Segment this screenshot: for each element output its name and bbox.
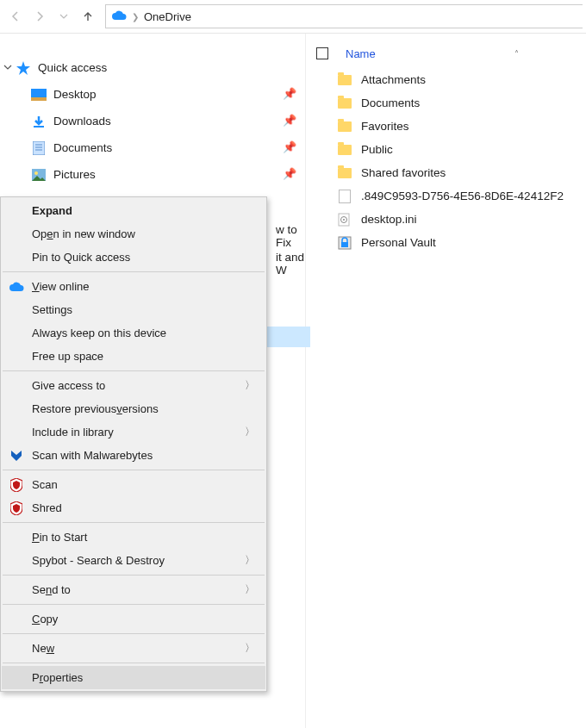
file-icon: [337, 189, 352, 204]
ctx-pin-quick-access[interactable]: Pin to Quick access: [2, 246, 265, 269]
file-item[interactable]: Public: [306, 138, 586, 161]
folder-icon: [337, 142, 352, 158]
pin-icon: 📌: [283, 140, 296, 153]
back-button[interactable]: [3, 4, 28, 28]
ctx-copy[interactable]: Copy: [2, 607, 265, 631]
context-menu: Expand Open in new window Pin to Quick a…: [0, 196, 267, 692]
file-item[interactable]: .849C9593-D756-4E56-8D6E-42412F2: [306, 184, 586, 208]
chevron-right-icon: 〉: [245, 378, 255, 393]
file-name: Public: [361, 143, 393, 156]
tree-root-quick-access[interactable]: Quick access: [0, 54, 305, 81]
forward-button[interactable]: [28, 4, 52, 28]
tree-item-label: Desktop: [53, 88, 97, 101]
tree-item-label: Quick access: [38, 61, 107, 74]
ctx-separator: [3, 370, 265, 371]
chevron-right-icon: 〉: [245, 641, 255, 656]
folder-icon: [337, 96, 352, 111]
file-item[interactable]: Personal Vault: [306, 231, 586, 254]
sort-indicator-icon: ˄: [514, 49, 519, 59]
pin-icon: 📌: [283, 114, 296, 127]
file-name: .849C9593-D756-4E56-8D6E-42412F2: [361, 190, 564, 202]
documents-icon: [31, 140, 47, 156]
breadcrumb-location[interactable]: OneDrive: [144, 10, 191, 23]
column-header-row: Name ˄: [306, 39, 586, 68]
ctx-separator: [3, 663, 265, 663]
ctx-restore-previous[interactable]: Restore previous versions: [2, 397, 265, 420]
onedrive-icon: [111, 10, 127, 23]
tree-item-downloads[interactable]: Downloads 📌: [0, 108, 305, 134]
svg-point-12: [343, 219, 345, 221]
pictures-icon: [31, 167, 47, 183]
tree-item-label: Documents: [53, 141, 112, 154]
folder-icon: [337, 165, 352, 181]
mcafee-icon: [9, 477, 24, 493]
ctx-separator: [3, 575, 265, 576]
ctx-open-new-window[interactable]: Open in new window: [2, 222, 265, 246]
chevron-right-icon: 〉: [245, 553, 255, 568]
file-item[interactable]: Favorites: [306, 115, 586, 138]
content-pane: Name ˄ Attachments Documents Favorites P…: [306, 34, 586, 728]
file-name: Personal Vault: [361, 236, 436, 249]
tree-item-selected-partial: [262, 327, 310, 347]
breadcrumb[interactable]: ❯ OneDrive: [105, 4, 583, 28]
ctx-shred[interactable]: Shred: [2, 496, 265, 520]
ctx-spybot[interactable]: Spybot - Search & Destroy〉: [2, 549, 265, 572]
ctx-properties[interactable]: Properties: [2, 666, 265, 689]
ctx-view-online[interactable]: View online: [2, 275, 265, 298]
tree-item-desktop[interactable]: Desktop 📌: [0, 81, 305, 108]
column-header-name[interactable]: Name: [346, 47, 376, 60]
ctx-free-up-space[interactable]: Free up space: [2, 345, 265, 368]
ctx-pin-start[interactable]: Pin to Start: [2, 526, 265, 549]
file-name: desktop.ini: [361, 213, 417, 226]
ctx-give-access[interactable]: Give access to〉: [2, 374, 265, 397]
ctx-scan[interactable]: Scan: [2, 473, 265, 496]
mcafee-icon: [9, 501, 24, 516]
file-item[interactable]: Shared favorites: [306, 161, 586, 184]
ctx-separator: [3, 633, 265, 634]
ctx-always-keep[interactable]: Always keep on this device: [2, 321, 265, 345]
file-item[interactable]: Attachments: [306, 68, 586, 91]
address-bar: ❯ OneDrive: [0, 0, 586, 33]
select-all-checkbox[interactable]: [316, 47, 328, 59]
onedrive-icon: [9, 279, 24, 295]
file-name: Shared favorites: [361, 166, 446, 179]
malwarebytes-icon: [9, 448, 24, 464]
downloads-icon: [31, 114, 47, 129]
chevron-down-icon[interactable]: [3, 63, 16, 73]
svg-marker-0: [16, 61, 30, 75]
pin-icon: 📌: [283, 167, 296, 180]
ctx-separator: [3, 604, 265, 605]
folder-icon: [337, 119, 352, 134]
ctx-send-to[interactable]: Send to〉: [2, 578, 265, 601]
pin-icon: 📌: [283, 87, 296, 100]
ini-file-icon: [337, 212, 352, 227]
tree-item-label: Downloads: [53, 115, 111, 128]
svg-rect-3: [34, 126, 44, 128]
folder-icon: [337, 72, 352, 88]
tree-item-pictures[interactable]: Pictures 📌: [0, 161, 305, 188]
svg-rect-14: [341, 242, 348, 247]
file-item[interactable]: Documents: [306, 91, 586, 115]
ctx-expand[interactable]: Expand: [2, 199, 265, 222]
file-name: Attachments: [361, 73, 426, 86]
recent-dropdown[interactable]: [52, 4, 76, 28]
tree-item-partial: w to Fix: [276, 223, 305, 249]
ctx-settings[interactable]: Settings: [2, 298, 265, 321]
ctx-include-library[interactable]: Include in library〉: [2, 420, 265, 444]
ctx-new[interactable]: New〉: [2, 637, 265, 660]
tree-item-label: Pictures: [53, 168, 96, 181]
ctx-separator: [3, 470, 265, 470]
file-name: Documents: [361, 96, 420, 109]
chevron-right-icon: 〉: [245, 582, 255, 597]
svg-point-9: [34, 171, 38, 175]
quick-access-icon: [16, 60, 31, 76]
tree-item-documents[interactable]: Documents 📌: [0, 134, 305, 161]
svg-rect-4: [33, 141, 45, 155]
desktop-icon: [31, 87, 47, 103]
svg-rect-2: [31, 97, 47, 101]
ctx-scan-malwarebytes[interactable]: Scan with Malwarebytes: [2, 444, 265, 467]
file-item[interactable]: desktop.ini: [306, 208, 586, 231]
chevron-right-icon: 〉: [245, 425, 255, 439]
up-button[interactable]: [76, 4, 100, 28]
vault-icon: [337, 235, 352, 251]
